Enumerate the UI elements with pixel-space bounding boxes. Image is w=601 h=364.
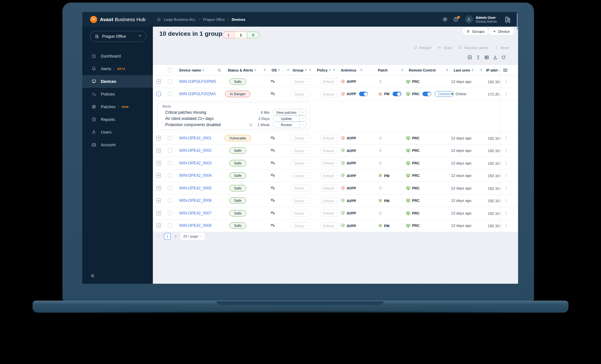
filter-icon[interactable]: [445, 68, 449, 72]
row-menu-icon[interactable]: [504, 161, 508, 165]
org-switcher-icon[interactable]: [504, 16, 512, 23]
group-dropdown[interactable]: Group: [291, 78, 311, 85]
sort-icon[interactable]: [202, 69, 204, 72]
filter-icon[interactable]: [308, 68, 312, 72]
filter-icon[interactable]: [400, 68, 404, 72]
group-dropdown[interactable]: Group: [291, 197, 311, 204]
policy-dropdown[interactable]: Default: [320, 91, 341, 98]
prev-page-icon[interactable]: [157, 235, 161, 238]
sort-icon[interactable]: [329, 69, 331, 72]
expand-row-button[interactable]: −: [156, 92, 161, 96]
device-name-link[interactable]: WIN-OPE42_0003: [179, 161, 211, 165]
resolve-alerts-action[interactable]: Resolve alerts: [458, 46, 488, 50]
device-name-link[interactable]: WIN-OPE42_0008: [179, 223, 211, 228]
column-ip-address[interactable]: IP addre: [486, 68, 500, 72]
group-dropdown[interactable]: Group: [291, 147, 311, 154]
expand-row-button[interactable]: +: [156, 148, 161, 153]
policy-dropdown[interactable]: Default: [320, 222, 341, 229]
row-checkbox[interactable]: [168, 174, 172, 178]
sort-icon[interactable]: [305, 69, 307, 72]
grid-view-icon[interactable]: [484, 55, 489, 60]
group-dropdown[interactable]: Group: [291, 172, 311, 179]
home-icon[interactable]: [157, 17, 161, 21]
antivirus-toggle[interactable]: [359, 92, 368, 96]
device-name-link[interactable]: WIN-OPE42_0001: [179, 136, 211, 140]
chevron-down-icon[interactable]: [300, 109, 306, 115]
device-name-link[interactable]: WIN-OPE42_0006: [179, 198, 211, 203]
add-column-icon[interactable]: [467, 55, 472, 60]
expand-row-button[interactable]: +: [156, 136, 161, 140]
device-name-link[interactable]: WIN-OPE42_0007: [179, 211, 211, 215]
expand-row-button[interactable]: +: [156, 173, 161, 178]
row-checkbox[interactable]: [168, 149, 172, 153]
scan-action[interactable]: Scan: [437, 46, 452, 50]
row-checkbox[interactable]: [168, 211, 172, 215]
device-name-link[interactable]: WIN-OPE42_0002: [179, 148, 211, 153]
row-menu-icon[interactable]: [504, 79, 508, 84]
row-checkbox[interactable]: [168, 136, 172, 140]
row-menu-icon[interactable]: [504, 211, 508, 215]
safe-count-badge[interactable]: 8: [247, 32, 260, 38]
next-page-icon[interactable]: [173, 235, 178, 238]
group-dropdown[interactable]: Group: [291, 185, 311, 191]
row-menu-icon[interactable]: [504, 224, 508, 228]
policy-dropdown[interactable]: Default: [320, 160, 341, 166]
expand-row-button[interactable]: +: [156, 186, 161, 190]
add-device-button[interactable]: Device: [488, 28, 514, 35]
row-checkbox[interactable]: [168, 199, 172, 203]
device-name-link[interactable]: WIN-O3POLFGIPMS: [179, 79, 216, 84]
device-name-link[interactable]: WIN-O3POLFGIZMA: [179, 92, 216, 96]
sidebar-item-patches[interactable]: Patches|NEW: [82, 100, 153, 113]
restart-action[interactable]: Restart: [413, 46, 431, 50]
column-policy[interactable]: Policy: [317, 68, 331, 72]
chevron-down-icon[interactable]: [300, 122, 306, 128]
alert-action-button[interactable]: Update: [273, 115, 307, 122]
more-action[interactable]: More: [494, 46, 509, 50]
filter-icon[interactable]: [332, 68, 336, 72]
sort-icon[interactable]: [278, 69, 280, 72]
select-all-checkbox[interactable]: [168, 68, 172, 72]
row-checkbox[interactable]: [168, 161, 172, 165]
filter-icon[interactable]: [286, 68, 290, 72]
sidebar-item-account[interactable]: Account: [82, 138, 153, 151]
device-name-link[interactable]: WIN-OPE42_0005: [179, 186, 211, 190]
column-os[interactable]: OS: [272, 68, 280, 72]
expand-row-button[interactable]: +: [156, 198, 161, 203]
row-menu-icon[interactable]: [504, 149, 508, 153]
policy-dropdown[interactable]: Default: [320, 185, 341, 191]
expand-row-button[interactable]: +: [156, 161, 161, 165]
warning-count-badge[interactable]: 1: [234, 32, 247, 38]
row-menu-icon[interactable]: [504, 92, 508, 96]
filter-icon[interactable]: [479, 68, 483, 72]
site-selector[interactable]: Prague Office: [90, 31, 146, 42]
scrollbar-thumb[interactable]: [517, 13, 518, 30]
settings-gear-icon[interactable]: [442, 17, 448, 22]
policy-dropdown[interactable]: Default: [320, 210, 341, 216]
search-icon[interactable]: [217, 68, 221, 72]
alert-action-button[interactable]: View patches: [273, 109, 307, 116]
chevron-down-icon[interactable]: [300, 115, 306, 122]
page-number[interactable]: 1: [164, 233, 171, 240]
policy-dropdown[interactable]: Default: [320, 197, 341, 204]
row-height-icon[interactable]: [476, 55, 481, 60]
column-antivirus[interactable]: Antivirus: [341, 68, 356, 72]
row-checkbox[interactable]: [168, 79, 172, 84]
group-dropdown[interactable]: Group: [291, 210, 311, 216]
group-dropdown[interactable]: Group: [291, 91, 311, 98]
sidebar-item-devices[interactable]: Devices: [82, 75, 153, 88]
expand-row-button[interactable]: +: [156, 79, 161, 84]
expand-row-button[interactable]: +: [156, 211, 161, 215]
patch-toggle[interactable]: [393, 92, 401, 96]
device-name-link[interactable]: WIN-OPE42_0004: [179, 173, 211, 178]
column-device-name[interactable]: Device name: [179, 68, 204, 72]
sidebar-item-alerts[interactable]: Alerts|BETA: [82, 62, 153, 75]
alert-action-button[interactable]: Restart: [273, 121, 307, 128]
reload-table-icon[interactable]: [501, 55, 506, 60]
group-dropdown[interactable]: Group: [291, 222, 311, 229]
column-last-seen[interactable]: Last seen: [454, 68, 474, 72]
sidebar-item-policies[interactable]: Policies: [82, 88, 153, 100]
export-download-icon[interactable]: [493, 55, 498, 60]
column-patch[interactable]: Patch: [378, 68, 388, 72]
sidebar-item-dashboard[interactable]: Dashboard: [82, 50, 153, 62]
row-checkbox[interactable]: [168, 186, 172, 190]
